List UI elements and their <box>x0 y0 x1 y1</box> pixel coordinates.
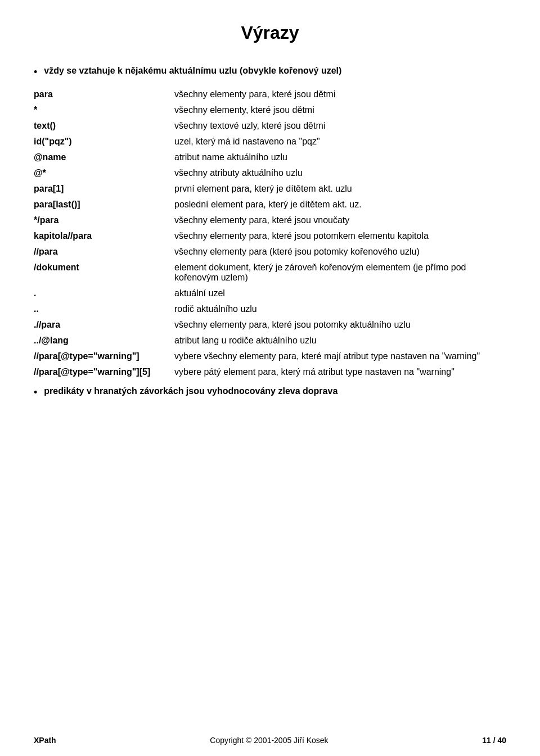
col-left-17: //para[@type="warning"][5] <box>34 367 169 377</box>
table-row: text()všechny textové uzly, které jsou d… <box>34 121 506 131</box>
top-bullet-text: vždy se vztahuje k nějakému aktuálnímu u… <box>44 66 341 76</box>
col-left-14: .//para <box>34 320 169 330</box>
col-right-14: všechny elementy para, které jsou potomk… <box>174 320 506 330</box>
table-row: paravšechny elementy para, které jsou dě… <box>34 89 506 99</box>
col-left-16: //para[@type="warning"] <box>34 351 169 361</box>
col-right-0: všechny elementy para, které jsou dětmi <box>174 89 506 99</box>
table-row: kapitola//paravšechny elementy para, kte… <box>34 231 506 241</box>
col-left-12: . <box>34 288 169 298</box>
col-left-3: id("pqz") <box>34 137 169 147</box>
table-row: *všechny elementy, které jsou dětmi <box>34 105 506 115</box>
table-row: para[last()]poslední element para, který… <box>34 200 506 210</box>
col-left-7: para[last()] <box>34 200 169 210</box>
expressions-table: paravšechny elementy para, které jsou dě… <box>34 89 506 377</box>
col-right-8: všechny elementy para, které jsou vnouča… <box>174 215 506 225</box>
table-row: .//paravšechny elementy para, které jsou… <box>34 320 506 330</box>
col-left-0: para <box>34 89 169 99</box>
col-right-16: vybere všechny elementy para, které mají… <box>174 351 506 361</box>
table-row: @nameatribut name aktuálního uzlu <box>34 152 506 162</box>
col-right-11: element dokument, který je zároveň kořen… <box>174 262 506 283</box>
footer: XPath Copyright © 2001-2005 Jiří Kosek 1… <box>0 736 540 745</box>
col-left-6: para[1] <box>34 184 169 194</box>
bottom-bullet-text: predikáty v hranatých závorkách jsou vyh… <box>44 386 338 396</box>
table-row: //para[@type="warning"][5]vybere pátý el… <box>34 367 506 377</box>
table-row: */paravšechny elementy para, které jsou … <box>34 215 506 225</box>
col-left-1: * <box>34 105 169 115</box>
footer-center: Copyright © 2001-2005 Jiří Kosek <box>210 736 328 745</box>
table-row: id("pqz")uzel, který má id nastaveno na … <box>34 137 506 147</box>
col-right-15: atribut lang u rodiče aktuálního uzlu <box>174 336 506 346</box>
table-row: /dokumentelement dokument, který je záro… <box>34 262 506 283</box>
col-right-7: poslední element para, který je dítětem … <box>174 200 506 210</box>
col-right-12: aktuální uzel <box>174 288 506 298</box>
col-right-13: rodič aktuálního uzlu <box>174 304 506 314</box>
table-row: para[1]první element para, který je dítě… <box>34 184 506 194</box>
table-row: ..rodič aktuálního uzlu <box>34 304 506 314</box>
col-left-5: @* <box>34 168 169 178</box>
footer-right: 11 / 40 <box>482 736 506 745</box>
col-right-4: atribut name aktuálního uzlu <box>174 152 506 162</box>
bottom-bullet-symbol: • <box>34 387 37 399</box>
col-left-13: .. <box>34 304 169 314</box>
col-right-1: všechny elementy, které jsou dětmi <box>174 105 506 115</box>
col-right-9: všechny elementy para, které jsou potomk… <box>174 231 506 241</box>
table-row: @*všechny atributy aktuálního uzlu <box>34 168 506 178</box>
col-right-5: všechny atributy aktuálního uzlu <box>174 168 506 178</box>
top-bullet-item: • vždy se vztahuje k nějakému aktuálnímu… <box>34 66 506 78</box>
table-row: ../@langatribut lang u rodiče aktuálního… <box>34 336 506 346</box>
col-right-6: první element para, který je dítětem akt… <box>174 184 506 194</box>
bullet-symbol: • <box>34 66 37 78</box>
page: Výrazy • vždy se vztahuje k nějakému akt… <box>0 0 540 756</box>
col-left-11: /dokument <box>34 262 169 283</box>
table-row: //para[@type="warning"]vybere všechny el… <box>34 351 506 361</box>
bottom-bullet-item: • predikáty v hranatých závorkách jsou v… <box>34 386 506 399</box>
col-left-2: text() <box>34 121 169 131</box>
col-left-9: kapitola//para <box>34 231 169 241</box>
col-right-2: všechny textové uzly, které jsou dětmi <box>174 121 506 131</box>
table-row: .aktuální uzel <box>34 288 506 298</box>
footer-left: XPath <box>34 736 56 745</box>
col-left-8: */para <box>34 215 169 225</box>
col-right-3: uzel, který má id nastaveno na "pqz" <box>174 137 506 147</box>
table-row: //paravšechny elementy para (které jsou … <box>34 247 506 257</box>
col-right-10: všechny elementy para (které jsou potomk… <box>174 247 506 257</box>
col-left-10: //para <box>34 247 169 257</box>
col-left-15: ../@lang <box>34 336 169 346</box>
page-title: Výrazy <box>34 22 506 43</box>
col-right-17: vybere pátý element para, který má atrib… <box>174 367 506 377</box>
col-left-4: @name <box>34 152 169 162</box>
